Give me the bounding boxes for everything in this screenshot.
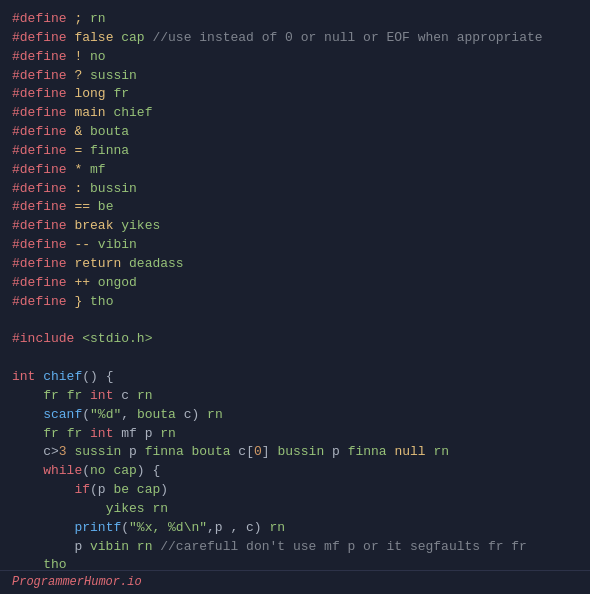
line-1: #define ; rn (12, 10, 578, 29)
line-27: p vibin rn //carefull don't use mf p or … (12, 538, 578, 557)
line-17: #include <stdio.h> (12, 330, 578, 349)
line-5: #define long fr (12, 85, 578, 104)
line-25: yikes rn (12, 500, 578, 519)
line-14: #define return deadass (12, 255, 578, 274)
line-15: #define ++ ongod (12, 274, 578, 293)
line-10: #define : bussin (12, 180, 578, 199)
line-13: #define -- vibin (12, 236, 578, 255)
footer: ProgrammerHumor.io (0, 570, 590, 594)
line-19: fr fr int c rn (12, 387, 578, 406)
line-blank2 (12, 349, 578, 368)
line-16: #define } tho (12, 293, 578, 312)
line-4: #define ? sussin (12, 67, 578, 86)
line-7: #define & bouta (12, 123, 578, 142)
line-3: #define ! no (12, 48, 578, 67)
line-9: #define * mf (12, 161, 578, 180)
line-8: #define = finna (12, 142, 578, 161)
line-12: #define break yikes (12, 217, 578, 236)
line-blank1 (12, 312, 578, 331)
line-20: scanf("%d", bouta c) rn (12, 406, 578, 425)
line-26: printf("%x, %d\n",p , c) rn (12, 519, 578, 538)
line-28: tho (12, 556, 578, 570)
line-22: c>3 sussin p finna bouta c[0] bussin p f… (12, 443, 578, 462)
line-2: #define false cap //use instead of 0 or … (12, 29, 578, 48)
line-24: if(p be cap) (12, 481, 578, 500)
line-6: #define main chief (12, 104, 578, 123)
line-11: #define == be (12, 198, 578, 217)
code-editor: #define ; rn #define false cap //use ins… (0, 0, 590, 570)
footer-brand: ProgrammerHumor.io (12, 574, 142, 591)
line-21: fr fr int mf p rn (12, 425, 578, 444)
line-18: int chief() { (12, 368, 578, 387)
line-23: while(no cap) { (12, 462, 578, 481)
